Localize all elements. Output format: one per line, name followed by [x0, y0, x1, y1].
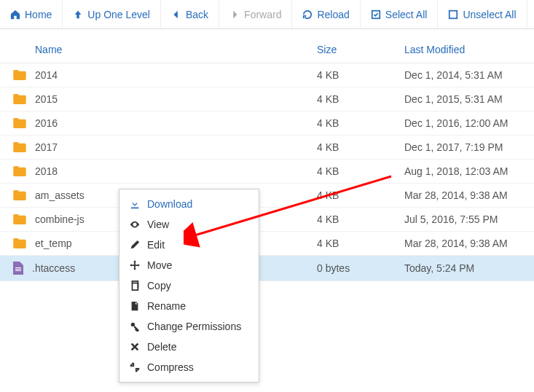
table-row[interactable]: 20184 KBAug 1, 2018, 12:03 AM [0, 160, 534, 184]
copy-icon [130, 281, 140, 291]
file-size: 4 KB [308, 111, 396, 136]
file-modified: Mar 28, 2014, 9:38 AM [396, 232, 534, 256]
folder-icon [13, 214, 26, 224]
ctx-edit[interactable]: Edit [119, 235, 259, 255]
column-name[interactable]: Name [0, 36, 308, 63]
folder-icon [13, 142, 26, 152]
back-button[interactable]: Back [161, 0, 219, 28]
select-all-label: Select All [385, 9, 428, 20]
back-icon [171, 9, 181, 20]
file-size: 4 KB [308, 184, 396, 208]
unselect-all-label: Unselect All [463, 9, 516, 20]
unselect-all-button[interactable]: Unselect All [438, 0, 527, 28]
ctx-compress[interactable]: Compress [119, 357, 259, 377]
folder-icon [13, 70, 26, 80]
file-modified: Dec 1, 2017, 7:19 PM [396, 136, 534, 160]
table-row[interactable]: 20174 KBDec 1, 2017, 7:19 PM [0, 136, 534, 160]
home-button[interactable]: Home [0, 0, 63, 28]
up-icon [73, 9, 83, 20]
ctx-view-label: View [147, 219, 169, 230]
up-label: Up One Level [87, 9, 150, 20]
select-all-button[interactable]: Select All [361, 0, 439, 28]
home-label: Home [25, 9, 52, 20]
ctx-delete-label: Delete [147, 341, 176, 353]
table-row[interactable]: am_assets4 KBMar 28, 2014, 9:38 AM [0, 184, 534, 208]
file-size: 0 bytes [308, 256, 396, 281]
context-menu: Download View Edit Move Copy Rename Chan… [119, 189, 259, 383]
eye-icon [130, 219, 140, 230]
key-icon [130, 321, 140, 332]
folder-icon [13, 118, 26, 128]
file-size: 4 KB [308, 232, 396, 256]
unselect-all-icon [448, 9, 458, 20]
file-table: Name Size Last Modified 20144 KBDec 1, 2… [0, 36, 534, 281]
ctx-move[interactable]: Move [119, 255, 259, 275]
ctx-download[interactable]: Download [119, 194, 259, 214]
file-modified: Aug 1, 2018, 12:03 AM [396, 160, 534, 184]
select-all-icon [371, 9, 381, 20]
file-name: 2015 [35, 93, 58, 105]
move-icon [130, 260, 140, 270]
ctx-edit-label: Edit [147, 239, 165, 251]
table-row[interactable]: combine-js4 KBJul 5, 2016, 7:55 PM [0, 208, 534, 232]
column-size[interactable]: Size [308, 36, 396, 63]
reload-icon [302, 9, 313, 20]
ctx-move-label: Move [147, 259, 172, 271]
table-row[interactable]: .htaccess0 bytesToday, 5:24 PM [0, 256, 534, 281]
table-row[interactable]: 20154 KBDec 1, 2015, 5:31 AM [0, 87, 534, 111]
forward-label: Forward [244, 9, 281, 20]
download-icon [130, 199, 140, 209]
back-label: Back [186, 9, 208, 20]
pencil-icon [130, 240, 140, 250]
ctx-rename[interactable]: Rename [119, 296, 259, 316]
file-size: 4 KB [308, 208, 396, 232]
file-modified: Dec 1, 2016, 12:00 AM [396, 111, 534, 136]
svg-rect-2 [133, 283, 138, 291]
view-trash-button[interactable]: Vi [527, 0, 534, 28]
table-row[interactable]: 20164 KBDec 1, 2016, 12:00 AM [0, 111, 534, 136]
file-size: 4 KB [308, 63, 396, 87]
folder-icon [13, 166, 26, 176]
reload-button[interactable]: Reload [292, 0, 360, 28]
file-size: 4 KB [308, 87, 396, 111]
file-modified: Today, 5:24 PM [396, 256, 534, 281]
file-modified: Dec 1, 2015, 5:31 AM [396, 87, 534, 111]
rename-icon [130, 301, 140, 311]
home-icon [10, 9, 20, 20]
compress-icon [130, 362, 140, 372]
ctx-copy[interactable]: Copy [119, 275, 259, 296]
file-icon [13, 262, 23, 275]
forward-icon [229, 9, 240, 20]
file-modified: Jul 5, 2016, 7:55 PM [396, 208, 534, 232]
forward-button: Forward [219, 0, 292, 28]
file-name: 2017 [35, 141, 58, 153]
table-row[interactable]: 20144 KBDec 1, 2014, 5:31 AM [0, 63, 534, 87]
ctx-delete[interactable]: Delete [119, 337, 259, 357]
table-row[interactable]: et_temp4 KBMar 28, 2014, 9:38 AM [0, 232, 534, 256]
file-size: 4 KB [308, 160, 396, 184]
ctx-download-label: Download [147, 198, 192, 210]
ctx-rename-label: Rename [147, 300, 186, 312]
file-name: 2014 [35, 69, 58, 81]
folder-icon [13, 238, 26, 248]
ctx-copy-label: Copy [147, 280, 171, 291]
ctx-compress-label: Compress [147, 361, 194, 373]
file-name: .htaccess [32, 262, 75, 274]
folder-icon [13, 190, 26, 200]
file-size: 4 KB [308, 136, 396, 160]
column-modified[interactable]: Last Modified [396, 36, 534, 63]
folder-icon [13, 94, 26, 104]
reload-label: Reload [317, 9, 349, 20]
toolbar: Home Up One Level Back Forward Reload Se… [0, 0, 534, 29]
svg-rect-1 [449, 10, 458, 18]
file-name: am_assets [35, 189, 85, 201]
ctx-view[interactable]: View [119, 214, 259, 235]
file-name: combine-js [35, 213, 85, 225]
ctx-permissions[interactable]: Change Permissions [119, 316, 259, 337]
file-name: 2018 [35, 165, 58, 177]
file-modified: Dec 1, 2014, 5:31 AM [396, 63, 534, 87]
up-button[interactable]: Up One Level [63, 0, 161, 28]
file-modified: Mar 28, 2014, 9:38 AM [396, 184, 534, 208]
file-name: 2016 [35, 117, 58, 129]
file-name: et_temp [35, 238, 72, 249]
